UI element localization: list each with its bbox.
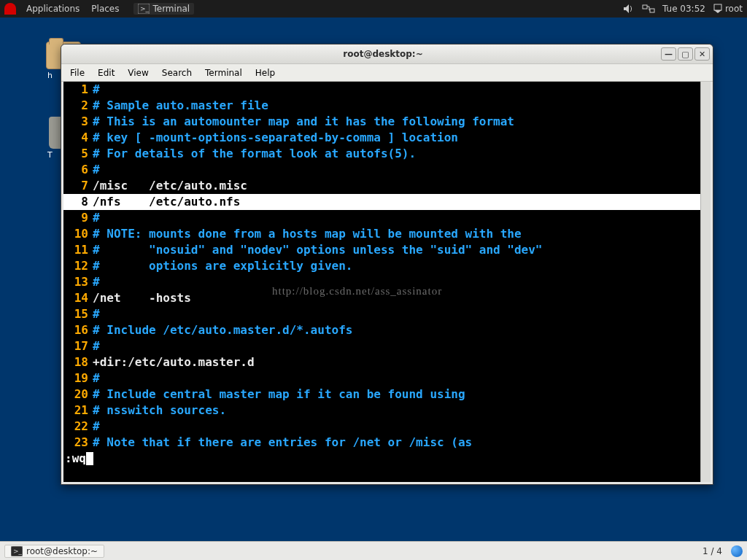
line-number: 5 bbox=[63, 146, 93, 162]
line-number: 9 bbox=[63, 210, 93, 226]
line-text: # bbox=[93, 419, 700, 435]
line-number: 15 bbox=[63, 306, 93, 322]
line-number: 13 bbox=[63, 274, 93, 290]
code-line: 11# "nosuid" and "nodev" options unless … bbox=[63, 242, 700, 258]
distro-icon bbox=[4, 3, 16, 15]
panel-task-terminal[interactable]: >_ Terminal bbox=[133, 3, 194, 15]
line-text: # options are explicitly given. bbox=[93, 258, 700, 274]
menu-applications[interactable]: Applications bbox=[20, 4, 85, 14]
code-line: 10# NOTE: mounts done from a hosts map w… bbox=[63, 226, 700, 242]
line-text: # NOTE: mounts done from a hosts map wil… bbox=[93, 226, 700, 242]
code-line: 19# bbox=[63, 370, 700, 386]
menu-file[interactable]: File bbox=[64, 66, 90, 79]
svg-text:>_: >_ bbox=[140, 5, 150, 12]
workspace-indicator[interactable]: 1 / 4 bbox=[698, 546, 727, 556]
line-number: 23 bbox=[63, 435, 93, 451]
line-number: 3 bbox=[63, 114, 93, 130]
scrollbar[interactable] bbox=[700, 82, 711, 482]
svg-rect-4 bbox=[714, 4, 721, 10]
code-line: 21# nsswitch sources. bbox=[63, 402, 700, 419]
svg-rect-2 bbox=[643, 5, 647, 9]
line-number: 16 bbox=[63, 322, 93, 338]
code-line: 12# options are explicitly given. bbox=[63, 258, 700, 274]
top-panel: Applications Places >_ Terminal Tue 03:5… bbox=[0, 0, 747, 18]
menu-edit[interactable]: Edit bbox=[92, 66, 120, 79]
line-text: # Include central master map if it can b… bbox=[93, 386, 700, 402]
code-line: 20# Include central master map if it can… bbox=[63, 386, 700, 402]
code-line: 16# Include /etc/auto.master.d/*.autofs bbox=[63, 322, 700, 338]
minimize-button[interactable]: — bbox=[661, 47, 676, 61]
line-number: 14 bbox=[63, 290, 93, 306]
line-number: 8 bbox=[63, 194, 93, 210]
line-text: # Note that if there are entries for /ne… bbox=[93, 435, 700, 451]
code-line: 15# bbox=[63, 306, 700, 322]
line-text: # bbox=[93, 338, 700, 354]
system-tray: Tue 03:52 root bbox=[623, 4, 743, 14]
code-line: 8/nfs /etc/auto.nfs bbox=[63, 194, 700, 210]
maximize-button[interactable]: ▢ bbox=[678, 47, 693, 61]
line-text: # bbox=[93, 162, 700, 178]
volume-icon[interactable] bbox=[623, 4, 635, 14]
menu-view[interactable]: View bbox=[122, 66, 154, 79]
line-number: 6 bbox=[63, 162, 93, 178]
menu-search[interactable]: Search bbox=[156, 66, 198, 79]
line-text: # bbox=[93, 306, 700, 322]
close-button[interactable]: ✕ bbox=[694, 47, 710, 61]
svg-text:>_: >_ bbox=[13, 548, 23, 555]
terminal-icon: >_ bbox=[11, 546, 23, 556]
line-text: # "nosuid" and "nodev" options unless th… bbox=[93, 242, 700, 258]
code-line: 9# bbox=[63, 210, 700, 226]
line-number: 19 bbox=[63, 370, 93, 386]
code-line: 23# Note that if there are entries for /… bbox=[63, 435, 700, 451]
line-number: 20 bbox=[63, 386, 93, 402]
vim-command-line[interactable]: :wq bbox=[63, 451, 700, 467]
line-text: # bbox=[93, 82, 700, 98]
bottom-panel: >_ root@desktop:~ 1 / 4 bbox=[0, 541, 747, 560]
panel-task-label: Terminal bbox=[152, 4, 190, 14]
line-number: 4 bbox=[63, 130, 93, 146]
line-number: 22 bbox=[63, 419, 93, 435]
line-number: 7 bbox=[63, 178, 93, 194]
code-line: 3# This is an automounter map and it has… bbox=[63, 114, 700, 130]
line-number: 12 bbox=[63, 258, 93, 274]
network-icon[interactable] bbox=[642, 4, 655, 14]
watermark-text: http://blog.csdn.net/ass_assinator bbox=[272, 283, 442, 299]
line-number: 1 bbox=[63, 82, 93, 98]
code-line: 1# bbox=[63, 82, 700, 98]
line-text: # This is an automounter map and it has … bbox=[93, 114, 700, 130]
line-text: /nfs /etc/auto.nfs bbox=[93, 194, 700, 210]
terminal-viewport[interactable]: 1#2# Sample auto.master file3# This is a… bbox=[63, 82, 711, 482]
menu-terminal[interactable]: Terminal bbox=[199, 66, 248, 79]
line-text: /misc /etc/auto.misc bbox=[93, 178, 700, 194]
window-titlebar[interactable]: root@desktop:~ — ▢ ✕ bbox=[61, 44, 713, 64]
line-text: # Sample auto.master file bbox=[93, 98, 700, 114]
code-line: 5# For details of the format look at aut… bbox=[63, 146, 700, 162]
line-text: # bbox=[93, 210, 700, 226]
code-line: 22# bbox=[63, 419, 700, 435]
code-line: 2# Sample auto.master file bbox=[63, 98, 700, 114]
code-line: 6# bbox=[63, 162, 700, 178]
line-number: 17 bbox=[63, 338, 93, 354]
code-line: 18+dir:/etc/auto.master.d bbox=[63, 354, 700, 370]
clock[interactable]: Tue 03:52 bbox=[662, 4, 705, 14]
svg-rect-3 bbox=[650, 9, 654, 12]
line-number: 21 bbox=[63, 402, 93, 419]
line-text: # nsswitch sources. bbox=[93, 402, 700, 419]
text-cursor bbox=[86, 452, 93, 465]
code-line: 4# key [ -mount-options-separated-by-com… bbox=[63, 130, 700, 146]
line-text: +dir:/etc/auto.master.d bbox=[93, 354, 700, 370]
menu-help[interactable]: Help bbox=[249, 66, 281, 79]
code-line: 17# bbox=[63, 338, 700, 354]
terminal-window: root@desktop:~ — ▢ ✕ File Edit View Sear… bbox=[61, 44, 713, 485]
user-menu[interactable]: root bbox=[713, 4, 743, 14]
window-title: root@desktop:~ bbox=[105, 49, 661, 59]
terminal-icon: >_ bbox=[138, 4, 150, 14]
line-number: 2 bbox=[63, 98, 93, 114]
line-text: # Include /etc/auto.master.d/*.autofs bbox=[93, 322, 700, 338]
line-number: 11 bbox=[63, 242, 93, 258]
line-number: 10 bbox=[63, 226, 93, 242]
menu-places[interactable]: Places bbox=[85, 4, 125, 14]
taskbar-item-terminal[interactable]: >_ root@desktop:~ bbox=[4, 545, 104, 558]
line-number: 18 bbox=[63, 354, 93, 370]
show-desktop-button[interactable] bbox=[731, 545, 743, 557]
